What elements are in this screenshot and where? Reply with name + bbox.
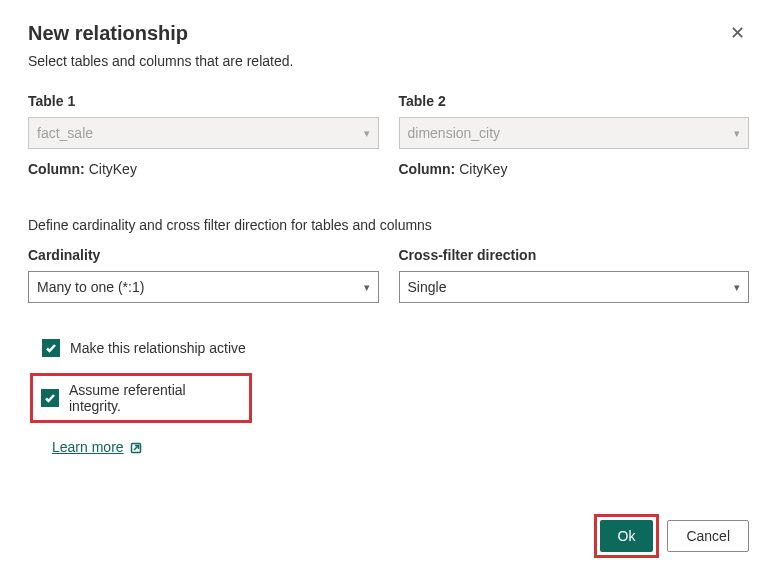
cancel-button[interactable]: Cancel (667, 520, 749, 552)
section-subtext: Define cardinality and cross filter dire… (28, 217, 749, 233)
table2-select-value: dimension_city (408, 125, 501, 141)
table2-select: dimension_city ▾ (399, 117, 750, 149)
checkmark-icon (44, 392, 56, 404)
dialog-subtitle: Select tables and columns that are relat… (28, 53, 749, 69)
learn-more-link[interactable]: Learn more (52, 439, 142, 455)
checkbox-assume-referential[interactable] (41, 389, 59, 407)
chevron-down-icon: ▾ (734, 127, 740, 140)
close-icon[interactable]: ✕ (726, 22, 749, 44)
learn-more-text: Learn more (52, 439, 124, 455)
chevron-down-icon: ▾ (364, 281, 370, 294)
checkbox-row-active[interactable]: Make this relationship active (42, 339, 749, 357)
checkbox-assume-referential-label: Assume referential integrity. (69, 382, 241, 414)
table2-column-value: CityKey (459, 161, 507, 177)
cardinality-select[interactable]: Many to one (*:1) ▾ (28, 271, 379, 303)
crossfilter-select-value: Single (408, 279, 447, 295)
table1-select-value: fact_sale (37, 125, 93, 141)
table2-column-label: Column: (399, 161, 456, 177)
cardinality-select-value: Many to one (*:1) (37, 279, 144, 295)
table1-column-line: Column: CityKey (28, 161, 379, 177)
chevron-down-icon: ▾ (364, 127, 370, 140)
table1-label: Table 1 (28, 93, 379, 109)
checkmark-icon (45, 342, 57, 354)
crossfilter-select[interactable]: Single ▾ (399, 271, 750, 303)
external-link-icon (130, 441, 142, 453)
table2-column-line: Column: CityKey (399, 161, 750, 177)
table1-select: fact_sale ▾ (28, 117, 379, 149)
ok-button-highlight: Ok (594, 514, 660, 558)
checkbox-active-label: Make this relationship active (70, 340, 246, 356)
cardinality-label: Cardinality (28, 247, 379, 263)
checkbox-active[interactable] (42, 339, 60, 357)
table2-label: Table 2 (399, 93, 750, 109)
ok-button[interactable]: Ok (600, 520, 654, 552)
checkbox-row-assume-referential[interactable]: Assume referential integrity. (30, 373, 252, 423)
dialog-footer: Ok Cancel (594, 514, 749, 558)
table1-column-value: CityKey (89, 161, 137, 177)
dialog-title: New relationship (28, 22, 188, 45)
crossfilter-label: Cross-filter direction (399, 247, 750, 263)
table1-column-label: Column: (28, 161, 85, 177)
chevron-down-icon: ▾ (734, 281, 740, 294)
